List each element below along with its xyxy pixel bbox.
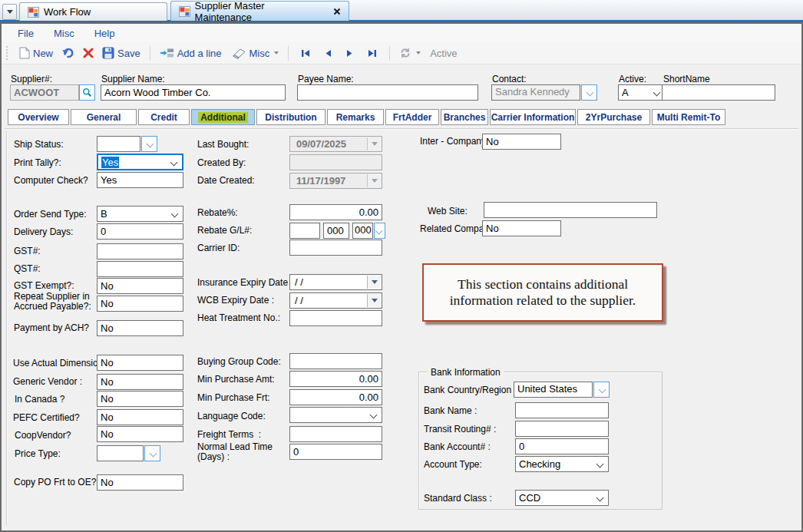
min-purchase-amt-input[interactable] [289, 371, 382, 387]
price-type-combo[interactable] [97, 445, 160, 461]
nav-previous-button[interactable] [319, 48, 337, 59]
tab-overview[interactable]: Overview [8, 109, 69, 125]
nav-last-button[interactable] [362, 48, 382, 59]
pefc-certified-input[interactable] [97, 409, 183, 425]
wcb-expiry-date[interactable]: / / [289, 292, 382, 309]
date-dropdown-button[interactable] [367, 137, 381, 150]
buying-group-input[interactable] [289, 353, 382, 369]
window-tab-workflow[interactable]: Work Flow [19, 2, 167, 21]
nav-first-icon [301, 49, 310, 58]
use-actual-dimension-input[interactable] [97, 355, 183, 371]
tab-credit[interactable]: Credit [138, 109, 190, 125]
bank-country-dropdown-button[interactable] [593, 382, 610, 398]
active-combo[interactable]: A [618, 84, 666, 101]
inter-company-input[interactable] [482, 134, 561, 150]
chevron-down-icon [171, 210, 179, 218]
toolbar-grip[interactable] [6, 46, 9, 60]
rebate-gl-dropdown-button[interactable] [374, 223, 385, 239]
menu-help[interactable]: Help [84, 26, 125, 41]
nav-first-button[interactable] [296, 48, 316, 59]
delivery-days-input[interactable] [97, 223, 183, 240]
payment-by-ach-input[interactable] [97, 320, 183, 336]
save-button[interactable]: Save [100, 45, 143, 61]
created-by-input[interactable] [289, 154, 382, 170]
generic-vendor-input[interactable] [97, 374, 183, 390]
nav-previous-icon [325, 49, 332, 58]
gst-number-input[interactable] [97, 243, 183, 259]
payee-name-input[interactable] [297, 84, 478, 101]
tab-2yrpurchase[interactable]: 2YrPurchase [577, 109, 650, 125]
carrier-id-input[interactable] [289, 240, 382, 256]
nav-next-button[interactable] [341, 48, 359, 59]
tab-distribution[interactable]: Distribution [256, 109, 325, 125]
undo-button[interactable] [59, 45, 77, 61]
bank-country-combo[interactable]: United States [514, 382, 610, 398]
delete-button[interactable] [81, 46, 96, 60]
short-name-input[interactable] [662, 84, 775, 101]
freight-terms-input[interactable] [289, 426, 382, 442]
new-button[interactable]: New [16, 45, 55, 61]
standard-class-combo[interactable]: CCD [515, 490, 609, 506]
rebate-gl-segment1-input[interactable] [289, 223, 320, 239]
print-tally-value: Yes [101, 157, 119, 168]
in-canada-input[interactable] [97, 391, 183, 407]
normal-lead-time-input[interactable] [289, 444, 382, 460]
date-created-date[interactable]: 11/17/1997 [289, 173, 382, 189]
account-type-combo[interactable]: Checking [515, 456, 609, 472]
heat-treatment-input[interactable] [289, 310, 382, 326]
contact-label: Contact: [492, 74, 527, 84]
print-tally-combo[interactable]: Yes [97, 154, 183, 170]
contact-dropdown-button[interactable] [581, 84, 597, 101]
ship-status-combo[interactable] [97, 136, 157, 152]
qst-number-input[interactable] [97, 261, 183, 277]
gst-exempt-input[interactable] [97, 278, 183, 294]
bank-account-input[interactable] [515, 438, 609, 454]
rebate-pct-input[interactable] [289, 204, 382, 220]
tab-label: Additional [198, 112, 248, 123]
date-dropdown-button[interactable] [367, 294, 381, 307]
save-button-label: Save [117, 48, 140, 59]
menu-misc[interactable]: Misc [44, 26, 84, 41]
repeat-supplier-input[interactable] [97, 296, 183, 312]
window-tab-supplier-master[interactable]: Supplier Master Maintenance [170, 1, 349, 21]
copy-po-frt-input[interactable] [97, 474, 183, 491]
rebate-gl-segment3-combo[interactable]: 000 [352, 223, 385, 239]
transit-routing-input[interactable] [515, 421, 609, 437]
bank-name-input[interactable] [515, 402, 609, 418]
tab-label: Remarks [336, 112, 375, 123]
window-tab-strip: Work Flow Supplier Master Maintenance [0, 0, 803, 22]
related-company-input[interactable] [482, 220, 561, 236]
min-purchase-frt-input[interactable] [289, 389, 382, 405]
window-list-dropdown-button[interactable] [2, 4, 17, 20]
coop-vendor-input[interactable] [97, 426, 183, 442]
close-icon[interactable] [333, 8, 341, 15]
supplier-search-button[interactable] [79, 84, 95, 101]
delete-x-icon [83, 48, 94, 58]
tab-label: Credit [150, 112, 177, 123]
language-code-combo[interactable] [289, 407, 382, 423]
tab-multi-remit-to[interactable]: Multi Remit-To [652, 109, 725, 125]
last-bought-date[interactable]: 09/07/2025 [289, 136, 382, 152]
insurance-expiry-date[interactable]: / / [289, 274, 382, 290]
tab-general[interactable]: General [71, 109, 137, 125]
contact-combo[interactable]: Sandra Kennedy [491, 84, 597, 101]
tab-additional[interactable]: Additional [191, 109, 255, 125]
tab-frtadder[interactable]: FrtAdder [385, 109, 439, 125]
order-send-type-combo[interactable]: B [97, 206, 183, 222]
price-type-dropdown-button[interactable] [144, 445, 160, 461]
date-dropdown-button[interactable] [367, 174, 381, 187]
refresh-button[interactable] [397, 46, 423, 60]
supplier-number-input[interactable] [10, 84, 79, 101]
tab-remarks[interactable]: Remarks [327, 109, 384, 125]
ship-status-dropdown-button[interactable] [141, 136, 157, 152]
date-dropdown-button[interactable] [367, 276, 381, 289]
computer-check-input[interactable] [97, 172, 183, 188]
web-site-input[interactable] [484, 202, 657, 218]
misc-button[interactable]: Misc [227, 46, 281, 61]
tab-carrier-information[interactable]: Carrier Information [490, 109, 576, 125]
add-a-line-button[interactable]: Add a line [157, 46, 224, 61]
supplier-name-input[interactable] [101, 84, 286, 101]
tab-branches[interactable]: Branches [441, 109, 488, 125]
rebate-gl-segment2-input[interactable] [323, 223, 349, 239]
menu-file[interactable]: File [8, 26, 44, 41]
